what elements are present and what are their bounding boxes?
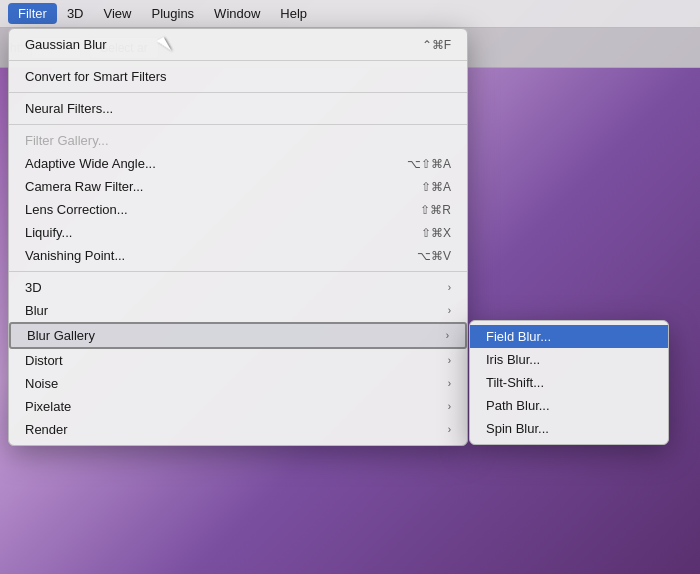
menubar-item-help[interactable]: Help [270, 3, 317, 24]
tilt-shift-label: Tilt-Shift... [486, 375, 544, 390]
pixelate-label: Pixelate [25, 399, 71, 414]
menu-item-convert-smart-filters[interactable]: Convert for Smart Filters [9, 65, 467, 88]
menu-item-lens-correction[interactable]: Lens Correction... ⇧⌘R [9, 198, 467, 221]
menubar: Filter 3D View Plugins Window Help [0, 0, 700, 28]
blur-gallery-arrow-icon: › [446, 330, 449, 341]
gaussian-blur-shortcut: ⌃⌘F [422, 38, 451, 52]
iris-blur-label: Iris Blur... [486, 352, 540, 367]
lens-correction-label: Lens Correction... [25, 202, 128, 217]
menu-item-liquify[interactable]: Liquify... ⇧⌘X [9, 221, 467, 244]
noise-label: Noise [25, 376, 58, 391]
submenu-item-spin-blur[interactable]: Spin Blur... [470, 417, 668, 440]
distort-label: Distort [25, 353, 63, 368]
gaussian-blur-label: Gaussian Blur [25, 37, 107, 52]
menu-item-adaptive-wide-angle[interactable]: Adaptive Wide Angle... ⌥⇧⌘A [9, 152, 467, 175]
menu-item-render[interactable]: Render › [9, 418, 467, 441]
menubar-item-3d[interactable]: 3D [57, 3, 94, 24]
menu-item-noise[interactable]: Noise › [9, 372, 467, 395]
menu-item-camera-raw-filter[interactable]: Camera Raw Filter... ⇧⌘A [9, 175, 467, 198]
path-blur-label: Path Blur... [486, 398, 550, 413]
menu-item-pixelate[interactable]: Pixelate › [9, 395, 467, 418]
menubar-item-view[interactable]: View [94, 3, 142, 24]
separator-3 [9, 124, 467, 125]
camera-raw-filter-shortcut: ⇧⌘A [421, 180, 451, 194]
render-label: Render [25, 422, 68, 437]
3d-arrow-icon: › [448, 282, 451, 293]
filter-gallery-label: Filter Gallery... [25, 133, 109, 148]
adaptive-wide-angle-shortcut: ⌥⇧⌘A [407, 157, 451, 171]
menu-item-distort[interactable]: Distort › [9, 349, 467, 372]
separator-2 [9, 92, 467, 93]
menu-item-blur[interactable]: Blur › [9, 299, 467, 322]
menu-item-3d[interactable]: 3D › [9, 276, 467, 299]
pixelate-arrow-icon: › [448, 401, 451, 412]
lens-correction-shortcut: ⇧⌘R [420, 203, 451, 217]
separator-4 [9, 271, 467, 272]
menu-item-vanishing-point[interactable]: Vanishing Point... ⌥⌘V [9, 244, 467, 267]
convert-smart-filters-label: Convert for Smart Filters [25, 69, 167, 84]
spin-blur-label: Spin Blur... [486, 421, 549, 436]
filter-dropdown-menu: Gaussian Blur ⌃⌘F Convert for Smart Filt… [8, 28, 468, 446]
adaptive-wide-angle-label: Adaptive Wide Angle... [25, 156, 156, 171]
render-arrow-icon: › [448, 424, 451, 435]
distort-arrow-icon: › [448, 355, 451, 366]
blur-label: Blur [25, 303, 48, 318]
camera-raw-filter-label: Camera Raw Filter... [25, 179, 143, 194]
blur-gallery-submenu: Field Blur... Iris Blur... Tilt-Shift...… [469, 320, 669, 445]
submenu-item-tilt-shift[interactable]: Tilt-Shift... [470, 371, 668, 394]
submenu-item-field-blur[interactable]: Field Blur... [470, 325, 668, 348]
submenu-item-path-blur[interactable]: Path Blur... [470, 394, 668, 417]
menu-item-filter-gallery: Filter Gallery... [9, 129, 467, 152]
field-blur-label: Field Blur... [486, 329, 551, 344]
vanishing-point-shortcut: ⌥⌘V [417, 249, 451, 263]
separator-1 [9, 60, 467, 61]
neural-filters-label: Neural Filters... [25, 101, 113, 116]
noise-arrow-icon: › [448, 378, 451, 389]
blur-gallery-label: Blur Gallery [27, 328, 95, 343]
liquify-label: Liquify... [25, 225, 72, 240]
liquify-shortcut: ⇧⌘X [421, 226, 451, 240]
menubar-item-plugins[interactable]: Plugins [141, 3, 204, 24]
vanishing-point-label: Vanishing Point... [25, 248, 125, 263]
submenu-item-iris-blur[interactable]: Iris Blur... [470, 348, 668, 371]
menu-item-blur-gallery[interactable]: Blur Gallery › Field Blur... Iris Blur..… [9, 322, 467, 349]
blur-arrow-icon: › [448, 305, 451, 316]
menubar-item-filter[interactable]: Filter [8, 3, 57, 24]
menubar-item-window[interactable]: Window [204, 3, 270, 24]
menu-item-neural-filters[interactable]: Neural Filters... [9, 97, 467, 120]
menu-item-gaussian-blur[interactable]: Gaussian Blur ⌃⌘F [9, 33, 467, 56]
3d-label: 3D [25, 280, 42, 295]
